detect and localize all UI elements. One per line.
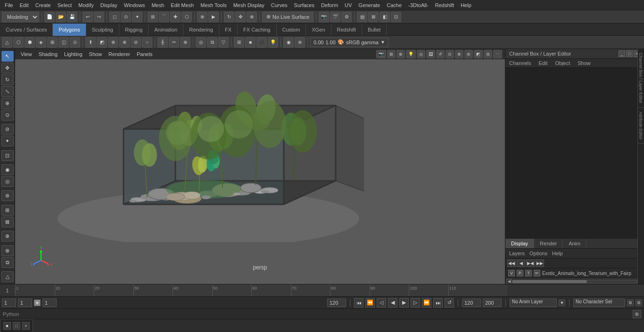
frame-field-2[interactable] [18, 299, 32, 307]
vp-show-menu[interactable]: Show [86, 50, 105, 58]
close-icon[interactable]: × [22, 322, 30, 330]
layer-scroll-left[interactable]: ◀ [506, 279, 512, 284]
frame-field-3[interactable] [42, 299, 57, 307]
tab-redshift[interactable]: Redshift [331, 24, 362, 36]
camera-btn[interactable]: 📷 [319, 12, 329, 22]
layer-scroll-thumb[interactable] [512, 280, 587, 283]
mode-selector[interactable]: Modeling [2, 12, 39, 22]
multicut-btn[interactable]: ✂ [169, 37, 179, 48]
bevel-btn[interactable]: ◩ [97, 37, 107, 48]
anim-end-field[interactable] [462, 299, 481, 307]
anim-last-btn[interactable]: ⏭ [433, 298, 443, 308]
frame-field-1[interactable] [2, 299, 16, 307]
menu-display[interactable]: Display [98, 1, 120, 9]
vp-view-menu[interactable]: View [18, 50, 35, 58]
anim-layer-arrow[interactable]: ▼ [559, 300, 565, 306]
render2-btn[interactable]: 🎬 [330, 12, 340, 22]
menu-redshift[interactable]: Redshift [432, 1, 457, 9]
merge-btn[interactable]: ⊕ [108, 37, 118, 48]
rotate-tool[interactable]: ↻ [1, 74, 14, 85]
menu-surfaces[interactable]: Surfaces [291, 1, 317, 9]
render-btn[interactable]: ▶ [208, 12, 219, 22]
vp-renderer-menu[interactable]: Renderer [106, 50, 133, 58]
anim-tab[interactable]: Anim [563, 239, 586, 248]
fill-btn[interactable]: ⊘ [131, 37, 141, 48]
options-btn[interactable]: ⚙ [341, 12, 352, 22]
reduce-btn[interactable]: ▽ [218, 37, 229, 48]
move-tool[interactable]: ✥ [1, 63, 14, 73]
anim-max-field[interactable] [483, 299, 502, 307]
select-tool[interactable]: ↖ [1, 51, 14, 62]
vp-tool-light[interactable]: 💡 [406, 50, 416, 58]
textured-btn[interactable]: ⬛ [256, 37, 267, 48]
circularize-btn[interactable]: ○ [142, 37, 152, 48]
poly-tool3[interactable]: ⬢ [25, 37, 35, 48]
lasso-tool[interactable]: ⊘ [1, 124, 14, 135]
paint-btn[interactable]: ✦ [132, 12, 142, 22]
layer-nav-prev[interactable]: ◀ [517, 259, 525, 267]
snap-tool[interactable]: ⊡ [1, 150, 14, 161]
layer-pen-btn[interactable]: ✏ [534, 270, 540, 276]
tab-rendering[interactable]: Rendering [183, 24, 219, 36]
vp-tool-xr[interactable]: ⧉ [484, 50, 492, 58]
layers-menu[interactable]: Layers [507, 250, 527, 257]
anim-play-fwd-btn[interactable]: ▶ [399, 298, 409, 308]
anim-step-fwd-btn[interactable]: ▷ [411, 298, 420, 308]
menu-edit[interactable]: Edit [17, 1, 32, 9]
menu-windows[interactable]: Windows [121, 1, 148, 9]
python-expand-btn[interactable]: ⊞ [633, 310, 641, 318]
vp-tool-snap[interactable]: ⊗ [455, 50, 463, 58]
lighting-btn[interactable]: 💡 [268, 37, 278, 48]
timeline-track[interactable]: 1102030405060708090100110 [15, 284, 507, 297]
layer-p-btn[interactable]: P [517, 270, 523, 276]
menu-help[interactable]: Help [458, 1, 474, 9]
menu-mesh-tools[interactable]: Mesh Tools [198, 1, 229, 9]
menu-modify[interactable]: Modify [75, 1, 96, 9]
ui-btn2[interactable]: ⊠ [368, 12, 379, 22]
paint-sel-tool[interactable]: ✦ [1, 136, 14, 146]
poly-tool2[interactable]: ⬡ [13, 37, 24, 48]
layer-scroll-track[interactable] [512, 280, 637, 283]
snap-curve-btn[interactable]: ⌒ [159, 12, 169, 22]
redo-btn[interactable]: ↪ [94, 12, 104, 22]
vp-tool-grid[interactable]: ⊞ [387, 50, 396, 58]
vp-tool-aa[interactable]: ⊛ [464, 50, 473, 58]
tab-fx-caching[interactable]: FX Caching [238, 24, 276, 36]
ui-btn4[interactable]: ⊡ [391, 12, 401, 22]
iso-btn[interactable]: ◉ [283, 37, 294, 48]
vp-tool-refresh[interactable]: ↺ [436, 50, 445, 58]
soft-mod-tool[interactable]: ⊙ [1, 110, 14, 121]
extra-tool5[interactable]: ⧉ [1, 257, 14, 268]
remesh-btn[interactable]: ⧉ [207, 37, 217, 48]
layer-nav-first[interactable]: ◀◀ [507, 259, 516, 267]
poly-tool1[interactable]: △ [2, 37, 12, 48]
gamma-dropdown-arrow[interactable]: ▼ [380, 40, 385, 45]
scene-icon[interactable]: ■ [3, 322, 11, 330]
wireframe-btn[interactable]: ⊞ [234, 37, 244, 48]
tab-curves-surfaces[interactable]: Curves / Surfaces [0, 24, 53, 36]
dolly-btn[interactable]: ⊕ [247, 12, 257, 22]
vp-tool-shadow[interactable]: ◎ [417, 50, 425, 58]
snap-grid-btn[interactable]: ⊞ [148, 12, 158, 22]
layer-nav-next[interactable]: ▶▶ [536, 259, 544, 267]
loopcut-btn[interactable]: ╫ [157, 37, 168, 48]
tab-polygons[interactable]: Polygons [53, 24, 86, 36]
target-weld-btn[interactable]: ⊕ [180, 37, 190, 48]
universal-tool[interactable]: ⊕ [1, 98, 14, 109]
solid-btn[interactable]: ■ [245, 37, 256, 48]
snap-point-btn[interactable]: ✚ [170, 12, 181, 22]
display-tab[interactable]: Display [505, 239, 534, 248]
menu-curves[interactable]: Curves [268, 1, 290, 9]
anim-layer-dropdown[interactable]: No Anim Layer [510, 299, 557, 307]
history-btn[interactable]: ⊕ [197, 12, 207, 22]
open-file-btn[interactable]: 📂 [56, 12, 66, 22]
live-surface-btn[interactable]: ⊗ No Live Surface [262, 12, 314, 22]
char-set-dropdown[interactable]: No Character Set [573, 299, 625, 307]
vp-tool-hud[interactable]: ⊙ [446, 50, 454, 58]
layer-vis-btn[interactable]: V [508, 270, 515, 276]
vp-tool-cam[interactable]: 📷 [376, 50, 386, 58]
layer-nav-center[interactable]: ▶◀ [526, 259, 535, 267]
menu-3dtall[interactable]: -3DtoAll- [405, 1, 431, 9]
snap-surface-btn[interactable]: ⬡ [182, 12, 192, 22]
options-menu[interactable]: Options [528, 250, 549, 257]
